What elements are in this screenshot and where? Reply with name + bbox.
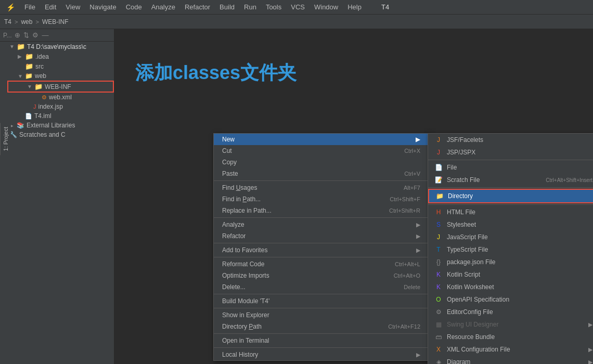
submenu-jsf[interactable]: J JSF/Facelets bbox=[428, 134, 593, 146]
context-menu-build[interactable]: Build Module 'T4' bbox=[214, 295, 429, 307]
find-usages-label: Find Usages bbox=[222, 184, 399, 191]
tree-item-extlib[interactable]: ▶ 📚 External Libraries bbox=[7, 121, 114, 130]
tree-item-label-scratches: Scratches and C bbox=[19, 131, 66, 138]
submenu-file[interactable]: 📄 File bbox=[428, 161, 593, 174]
context-menu-local-history[interactable]: Local History ▶ bbox=[214, 349, 429, 360]
file-icon-t4iml: 📄 bbox=[25, 113, 32, 120]
context-menu-paste[interactable]: Paste Ctrl+V bbox=[214, 168, 429, 179]
submenu-ts[interactable]: T TypeScript File bbox=[428, 243, 593, 256]
tree-item-webxml[interactable]: ⚙ web.xml bbox=[7, 93, 114, 102]
menu-code[interactable]: Code bbox=[122, 2, 146, 12]
context-menu-terminal[interactable]: Open in Terminal bbox=[214, 335, 429, 346]
submenu-kotlin-script[interactable]: K Kotlin Script bbox=[428, 268, 593, 281]
menu-navigate[interactable]: Navigate bbox=[85, 2, 120, 12]
menu-view[interactable]: View bbox=[61, 2, 84, 12]
menu-build[interactable]: Build bbox=[215, 2, 239, 12]
css-icon: S bbox=[434, 220, 443, 229]
submenu-pkg[interactable]: {} package.json File bbox=[428, 256, 593, 268]
context-menu-show-explorer[interactable]: Show in Explorer bbox=[214, 309, 429, 321]
settings-icon[interactable]: ⚙ bbox=[32, 31, 38, 39]
tree-item-src[interactable]: 📁 src bbox=[7, 61, 114, 71]
file-label: File bbox=[447, 164, 457, 171]
breadcrumb-web[interactable]: web bbox=[21, 18, 32, 25]
project-folder-icon: 📁 bbox=[17, 43, 25, 50]
editorconfig-icon: ⚙ bbox=[434, 308, 443, 316]
project-name-menu: T4 bbox=[377, 2, 393, 12]
context-menu-optimize[interactable]: Optimize Imports Ctrl+Alt+O bbox=[214, 270, 429, 281]
context-menu-dir-path[interactable]: Directory Path Ctrl+Alt+F12 bbox=[214, 321, 429, 332]
ts-label: TypeScript File bbox=[447, 246, 488, 253]
context-menu-cut[interactable]: Cut Ctrl+X bbox=[214, 145, 429, 157]
expand-arrow-web: ▼ bbox=[18, 73, 23, 79]
submenu-js[interactable]: J JavaScript File bbox=[428, 231, 593, 243]
context-menu-replace-path[interactable]: Replace in Path... Ctrl+Shift+R bbox=[214, 205, 429, 216]
menu-vcs[interactable]: VCS bbox=[287, 2, 309, 12]
project-tab[interactable]: 1: Project bbox=[0, 123, 11, 155]
breadcrumb-t4[interactable]: T4 bbox=[4, 18, 11, 25]
submenu-openapi[interactable]: O OpenAPI Specification bbox=[428, 293, 593, 306]
menu-help[interactable]: Help bbox=[343, 2, 366, 12]
menu-tools[interactable]: Tools bbox=[262, 2, 286, 12]
project-sidebar: P... ⊕ ⇅ ⚙ — 1: Project ▼ 📁 T4 D:\save\m… bbox=[0, 29, 114, 364]
menu-edit[interactable]: Edit bbox=[41, 2, 60, 12]
context-menu-copy[interactable]: Copy bbox=[214, 157, 429, 168]
html-icon: H bbox=[434, 208, 443, 216]
submenu-kotlin-worksheet[interactable]: K Kotlin Worksheet bbox=[428, 281, 593, 293]
submenu-xml[interactable]: X XML Configuration File ▶ bbox=[428, 343, 593, 356]
sep1 bbox=[214, 180, 429, 181]
directory-label: Directory bbox=[448, 192, 473, 200]
tree-item-idea[interactable]: ▶ 📁 .idea bbox=[7, 51, 114, 61]
submenu-html[interactable]: H HTML File bbox=[428, 206, 593, 218]
menu-file[interactable]: File bbox=[20, 2, 40, 12]
refactor-label: Refactor bbox=[222, 232, 412, 240]
build-label: Build Module 'T4' bbox=[222, 297, 420, 305]
context-menu-find-path[interactable]: Find in Path... Ctrl+Shift+F bbox=[214, 193, 429, 205]
folder-icon-src: 📁 bbox=[25, 62, 33, 70]
submenu-directory[interactable]: 📁 Directory bbox=[428, 189, 593, 203]
favorites-label: Add to Favorites bbox=[222, 246, 412, 254]
context-menu-find-usages[interactable]: Find Usages Alt+F7 bbox=[214, 182, 429, 193]
breadcrumb-sep2: > bbox=[35, 19, 38, 25]
js-icon: J bbox=[434, 233, 443, 241]
menu-run[interactable]: Run bbox=[240, 2, 261, 12]
menu-analyze[interactable]: Analyze bbox=[147, 2, 179, 12]
tree-item-t4iml[interactable]: 📄 T4.iml bbox=[7, 111, 114, 121]
tree-item-label-idea: .idea bbox=[35, 53, 49, 60]
menu-window[interactable]: Window bbox=[310, 2, 342, 12]
tree-item-t4[interactable]: ▼ 📁 T4 D:\save\myclass\c bbox=[7, 42, 114, 51]
submenu-swing: ▦ Swing UI Designer ▶ bbox=[428, 318, 593, 331]
context-menu-favorites[interactable]: Add to Favorites ▶ bbox=[214, 244, 429, 256]
tree-item-web[interactable]: ▼ 📁 web bbox=[7, 71, 114, 81]
submenu-resource[interactable]: 🗃 Resource Bundle bbox=[428, 331, 593, 343]
context-menu-analyze[interactable]: Analyze ▶ bbox=[214, 219, 429, 230]
content-area: 添加classes文件夹 Search Everywhere Double Sh… bbox=[114, 29, 593, 364]
replace-path-shortcut: Ctrl+Shift+R bbox=[389, 207, 420, 214]
tree-item-label-indexjsp: index.jsp bbox=[38, 103, 63, 110]
show-explorer-label: Show in Explorer bbox=[222, 311, 420, 319]
context-menu-new[interactable]: New ▶ bbox=[214, 134, 429, 145]
breadcrumb-webinf[interactable]: WEB-INF bbox=[42, 18, 69, 25]
submenu-css[interactable]: S Stylesheet bbox=[428, 218, 593, 231]
refactor-arrow: ▶ bbox=[416, 233, 420, 240]
submenu-editorconfig[interactable]: ⚙ EditorConfig File bbox=[428, 306, 593, 318]
find-path-label: Find in Path... bbox=[222, 196, 385, 203]
context-menu-refactor[interactable]: Refactor ▶ bbox=[214, 230, 429, 242]
collapse-icon[interactable]: — bbox=[42, 31, 48, 39]
chinese-title: 添加classes文件夹 bbox=[135, 60, 296, 86]
paste-label: Paste bbox=[222, 170, 400, 177]
submenu-diagram[interactable]: ◈ Diagram ▶ bbox=[428, 356, 593, 364]
ts-icon: T bbox=[434, 245, 443, 254]
submenu-scratch[interactable]: 📝 Scratch File Ctrl+Alt+Shift+Insert bbox=[428, 174, 593, 186]
context-menu-reformat[interactable]: Reformat Code Ctrl+Alt+L bbox=[214, 258, 429, 270]
tree-item-indexjsp[interactable]: J index.jsp bbox=[7, 102, 114, 111]
tree-item-scratches[interactable]: 🔧 Scratches and C bbox=[7, 130, 114, 139]
copy-label: Copy bbox=[222, 159, 416, 166]
submenu-jsp[interactable]: J JSP/JSPX bbox=[428, 146, 593, 159]
menu-refactor[interactable]: Refactor bbox=[181, 2, 214, 12]
context-menu-delete[interactable]: Delete... Delete bbox=[214, 281, 429, 293]
file-icon: 📄 bbox=[434, 163, 443, 172]
sync-icon[interactable]: ⊕ bbox=[15, 31, 20, 39]
kotlin-worksheet-label: Kotlin Worksheet bbox=[447, 283, 494, 291]
tree-item-webinf[interactable]: ▼ 📁 WEB-INF bbox=[7, 81, 114, 93]
sort-icon[interactable]: ⇅ bbox=[23, 31, 29, 39]
